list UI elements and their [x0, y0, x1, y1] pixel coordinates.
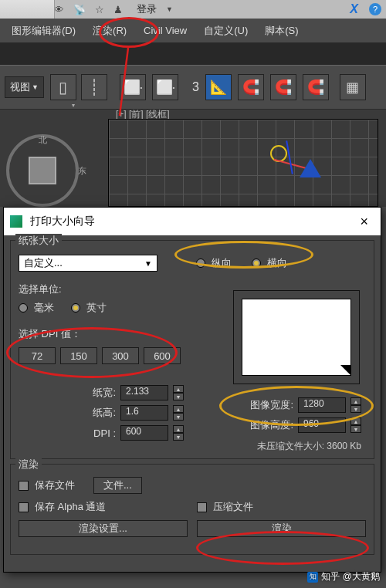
satellite-icon[interactable]: 📡 — [73, 4, 86, 15]
angle-snap-button[interactable]: 🧲 — [238, 74, 264, 100]
watermark: 知 知乎 @大黄鹅 — [307, 570, 380, 583]
image-height-spinner[interactable]: ▲▼ — [350, 417, 361, 433]
dpi-300-button[interactable]: 300 — [102, 347, 139, 364]
save-alpha-checkbox[interactable] — [19, 502, 29, 512]
chevron-down-icon[interactable]: ▼ — [166, 5, 173, 13]
edge-mode-button[interactable]: ⬜• — [152, 74, 178, 100]
paper-fold-icon — [340, 365, 351, 376]
dpi-field-label: DPI : — [93, 427, 116, 439]
orientation-radios: 纵向 横向 — [196, 256, 287, 270]
star-icon[interactable]: ☆ — [95, 4, 104, 15]
point-mode-button[interactable]: ⬜• — [120, 74, 146, 100]
menu-render[interactable]: 渲染(R) — [84, 19, 135, 42]
viewport[interactable]: [+] [前] [线框] 北 东 — [0, 110, 386, 207]
close-button[interactable]: × — [354, 214, 374, 230]
file-button[interactable]: 文件... — [93, 477, 142, 494]
radio-inch-label: 英寸 — [86, 301, 107, 315]
spinner-snap-button[interactable]: 🧲 — [303, 74, 329, 100]
menu-script[interactable]: 脚本(S) — [256, 19, 306, 42]
main-menu-bar: 图形编辑器(D) 渲染(R) Civil View 自定义(U) 脚本(S) — [0, 19, 386, 43]
login-link[interactable]: 登录 — [137, 2, 157, 16]
menu-customize[interactable]: 自定义(U) — [195, 19, 256, 42]
paper-width-spinner[interactable]: ▲▼ — [173, 385, 184, 400]
viewcube-face[interactable] — [29, 157, 56, 184]
radio-portrait-label: 纵向 — [212, 256, 232, 270]
paper-width-label: 纸宽: — [93, 386, 116, 400]
save-alpha-label: 保存 Alpha 通道 — [35, 500, 106, 514]
dpi-600-button[interactable]: 600 — [144, 347, 181, 364]
radio-mm[interactable] — [19, 303, 28, 313]
dpi-72-button[interactable]: 72 — [19, 347, 56, 364]
paper-height-input[interactable]: 1.6 — [120, 405, 168, 421]
paper-size-dropdown[interactable]: 自定义... ▼ — [19, 255, 157, 272]
paper-size-group: 纸张大小 自定义... ▼ 纵向 横向 选择单位: 毫米 英寸 选择 DPI 值… — [10, 240, 374, 459]
save-file-checkbox[interactable] — [19, 481, 29, 491]
paper-size-value: 自定义... — [24, 256, 63, 270]
render-settings-button[interactable]: 渲染设置... — [19, 520, 188, 537]
menu-civil-view[interactable]: Civil View — [135, 20, 195, 41]
ribbon-strip — [0, 43, 386, 65]
watermark-text: 知乎 @大黄鹅 — [321, 570, 380, 583]
render-button[interactable]: 渲染 — [197, 520, 366, 537]
image-height-label: 图像高度: — [250, 418, 293, 432]
view-dropdown[interactable]: 视图 ▼ — [5, 76, 44, 98]
render-group: 渲染 保存文件 文件... 保存 Alpha 通道 压缩文件 渲染设置... 渲… — [10, 464, 374, 555]
isolate-selection-button[interactable]: ▯ — [50, 74, 76, 100]
dpi-input[interactable]: 600 — [120, 425, 168, 441]
axis-gizmo[interactable] — [266, 140, 293, 168]
viewport-grid[interactable] — [108, 119, 378, 207]
flyout-caret-icon[interactable]: ▾ — [72, 102, 75, 109]
compass-north: 北 — [39, 134, 47, 146]
user-icon[interactable]: ♟ — [113, 4, 123, 15]
view-dropdown-label: 视图 — [10, 80, 30, 94]
quick-access-bar: 👁 📡 ☆ ♟ 登录 ▼ X ? — [0, 0, 386, 19]
image-dimension-fields: 图像宽度: 1280 ▲▼ 图像高度: 960 ▲▼ 未压缩文件大小: 3600… — [250, 397, 361, 453]
viewcube[interactable]: 北 东 — [6, 134, 79, 207]
paper-preview — [233, 290, 360, 384]
chevron-down-icon: ▼ — [144, 259, 152, 268]
compress-label: 压缩文件 — [213, 500, 253, 514]
dpi-150-button[interactable]: 150 — [60, 347, 97, 364]
print-size-wizard-dialog: 打印大小向导 × 纸张大小 自定义... ▼ 纵向 横向 选择单位: 毫米 英寸… — [3, 207, 381, 573]
paper-sheet-icon — [242, 299, 351, 376]
snap-toggle-button[interactable]: 📐 — [205, 74, 232, 100]
paper-height-label: 纸高: — [93, 406, 116, 420]
image-width-spinner[interactable]: ▲▼ — [350, 397, 361, 413]
image-height-input[interactable]: 960 — [298, 417, 346, 433]
binoculars-icon[interactable]: 👁 — [54, 4, 64, 15]
save-file-label: 保存文件 — [35, 478, 75, 492]
radio-landscape-label: 横向 — [267, 256, 287, 270]
paper-height-spinner[interactable]: ▲▼ — [173, 405, 184, 421]
radio-mm-label: 毫米 — [34, 301, 54, 315]
image-width-label: 图像宽度: — [250, 398, 293, 412]
radio-landscape[interactable] — [252, 259, 261, 268]
paper-size-group-label: 纸张大小 — [15, 234, 62, 248]
radio-inch[interactable] — [71, 303, 80, 313]
app-exchange-icon[interactable]: X — [350, 2, 358, 16]
zhihu-icon: 知 — [307, 572, 318, 583]
dialog-titlebar[interactable]: 打印大小向导 × — [4, 208, 381, 235]
compass-east: 东 — [78, 165, 86, 177]
named-sets-button[interactable]: ▦ — [340, 74, 366, 100]
menu-graph-editor[interactable]: 图形编辑器(D) — [3, 19, 84, 42]
dialog-title: 打印大小向导 — [30, 215, 354, 228]
render-group-label: 渲染 — [15, 458, 42, 471]
percent-snap-button[interactable]: 🧲 — [270, 74, 296, 100]
help-icon[interactable]: ? — [369, 3, 381, 15]
snap-count: 3 — [192, 80, 199, 94]
radio-portrait[interactable] — [196, 259, 205, 268]
image-width-input[interactable]: 1280 — [298, 397, 346, 413]
compress-checkbox[interactable] — [197, 502, 207, 512]
app-icon — [10, 215, 22, 228]
paper-width-input[interactable]: 2.133 — [120, 385, 168, 400]
selection-lock-button[interactable]: ┊ — [81, 74, 107, 100]
dpi-spinner[interactable]: ▲▼ — [173, 425, 184, 441]
chevron-down-icon: ▼ — [32, 83, 39, 91]
main-toolbar: 视图 ▼ ▯ ▾ ┊ ⬜• ⬜• 3 📐 🧲 🧲 🧲 ▦ — [0, 65, 386, 110]
uncompressed-size: 未压缩文件大小: 3600 Kb — [250, 440, 361, 453]
